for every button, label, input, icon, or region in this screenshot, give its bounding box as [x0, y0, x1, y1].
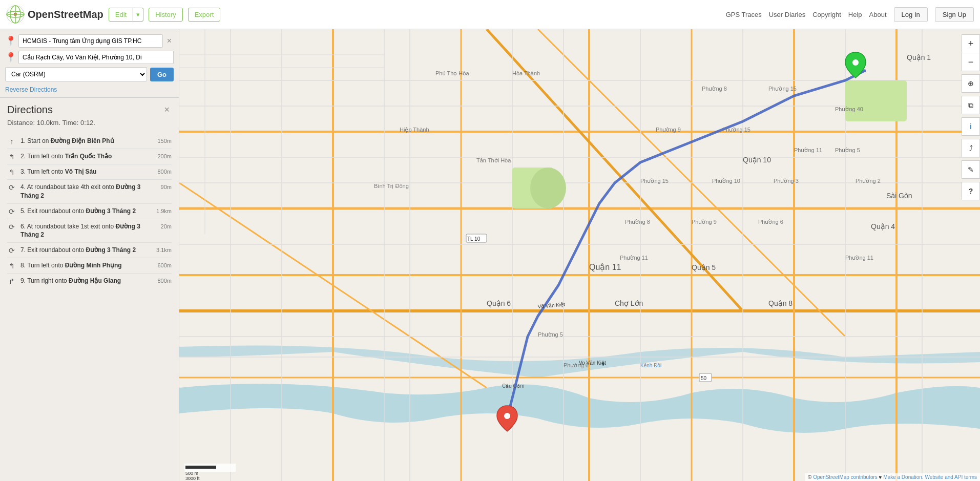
svg-text:500 m: 500 m: [185, 471, 198, 476]
svg-rect-42: [845, 80, 907, 121]
map-container[interactable]: Quận 1 Quận 10 Quận 11 Quận 5 Quận 6 Chợ…: [179, 29, 980, 481]
step-text: 6. At roundabout take 1st exit onto Đườn…: [20, 222, 157, 240]
from-input-row: 📍 ×: [5, 34, 174, 48]
note-button[interactable]: ✎: [962, 160, 980, 179]
step-dist: 200m: [157, 153, 172, 159]
history-button[interactable]: History: [149, 8, 182, 22]
reverse-directions-link[interactable]: Reverse Directions: [5, 86, 57, 93]
login-button[interactable]: Log In: [894, 7, 928, 22]
step-icon: ⟳: [7, 246, 16, 255]
svg-text:Phường 5: Phường 5: [538, 331, 563, 338]
edit-button[interactable]: Edit: [109, 8, 133, 22]
logo[interactable]: OpenStreetMap: [6, 5, 103, 24]
step-text: 3. Turn left onto Võ Thị Sáu: [20, 168, 153, 176]
terms-link[interactable]: Website and API terms: [925, 474, 977, 480]
svg-text:Quận 8: Quận 8: [768, 299, 793, 307]
svg-text:Quận 10: Quận 10: [743, 156, 771, 164]
donate-link[interactable]: Make a Donation: [883, 474, 922, 480]
svg-text:Phường 6: Phường 6: [564, 362, 589, 368]
svg-rect-81: [185, 466, 216, 469]
query-controls: ?: [962, 182, 980, 200]
step-dist: 800m: [157, 278, 172, 284]
svg-text:Phường 6: Phường 6: [758, 219, 783, 225]
step-text: 9. Turn right onto Đường Hậu Giang: [20, 277, 153, 285]
step-item: ⟳ 6. At roundabout take 1st exit onto Đư…: [7, 219, 172, 243]
svg-text:Phường 15: Phường 15: [768, 86, 797, 92]
svg-point-84: [852, 59, 859, 66]
step-text: 1. Start on Đường Điện Biên Phủ: [20, 137, 153, 145]
nav-gps-traces[interactable]: GPS Traces: [726, 11, 762, 18]
query-button[interactable]: ?: [962, 182, 980, 200]
svg-text:Phường 11: Phường 11: [794, 147, 822, 153]
svg-text:Phú Thọ Hòa: Phú Thọ Hòa: [435, 70, 469, 77]
svg-text:Kênh Đôi: Kênh Đôi: [640, 363, 661, 368]
directions-input-panel: 📍 × 📍 Car (OSRM) Bicycle (OSRM) Foot (OS…: [0, 29, 179, 98]
step-text: 2. Turn left onto Trần Quốc Thảo: [20, 152, 153, 161]
step-dist: 20m: [161, 223, 172, 229]
edit-btn-group: Edit ▾: [109, 8, 143, 22]
zoom-in-button[interactable]: +: [962, 34, 980, 53]
svg-text:Quận 11: Quận 11: [589, 263, 621, 271]
from-location-icon: 📍: [5, 35, 16, 47]
step-item: ↑ 1. Start on Đường Điện Biên Phủ 150m: [7, 134, 172, 149]
from-input[interactable]: [18, 34, 163, 48]
directions-close-button[interactable]: ×: [162, 104, 172, 115]
directions-title: Directions ×: [7, 104, 172, 116]
step-item: ↰ 2. Turn left onto Trần Quốc Thảo 200m: [7, 149, 172, 164]
info-controls: i: [962, 117, 980, 136]
edit-dropdown-button[interactable]: ▾: [133, 8, 143, 22]
logo-text: OpenStreetMap: [28, 9, 103, 20]
svg-text:Phường 9: Phường 9: [656, 127, 681, 133]
svg-text:Hiệp Thành: Hiệp Thành: [400, 127, 429, 133]
nav-user-diaries[interactable]: User Diaries: [769, 11, 806, 18]
distance-time: Distance: 10.0km. Time: 0:12.: [7, 119, 172, 127]
gps-button[interactable]: ⊕: [962, 74, 980, 93]
svg-text:Phường 15: Phường 15: [640, 178, 669, 184]
layer-controls: ⧉: [962, 96, 980, 114]
step-list: ↑ 1. Start on Đường Điện Biên Phủ 150m ↰…: [7, 134, 172, 288]
nav-about[interactable]: About: [869, 11, 887, 18]
svg-text:Tân Thới Hòa: Tân Thới Hòa: [476, 157, 511, 163]
step-dist: 150m: [157, 138, 172, 144]
nav-copyright[interactable]: Copyright: [812, 11, 841, 18]
svg-text:Quận 1: Quận 1: [907, 53, 931, 61]
svg-text:Quận 6: Quận 6: [487, 299, 511, 307]
step-text: 4. At roundabout take 4th exit onto Đườn…: [20, 183, 157, 200]
svg-text:Phường 5: Phường 5: [835, 147, 860, 153]
signup-button[interactable]: Sign Up: [935, 7, 974, 22]
transport-select[interactable]: Car (OSRM) Bicycle (OSRM) Foot (OSRM): [5, 67, 147, 81]
svg-text:Phường 11: Phường 11: [845, 255, 873, 261]
svg-text:Cầu Gồm: Cầu Gồm: [502, 383, 525, 389]
header-right: GPS Traces User Diaries Copyright Help A…: [726, 7, 974, 22]
header-left: OpenStreetMap Edit ▾ History Export: [6, 5, 220, 24]
step-dist: 90m: [161, 184, 172, 190]
directions-results: Directions × Distance: 10.0km. Time: 0:1…: [0, 98, 179, 295]
osm-link[interactable]: OpenStreetMap contributors: [813, 474, 878, 480]
export-button[interactable]: Export: [188, 8, 221, 22]
svg-text:Phường 8: Phường 8: [702, 86, 727, 92]
info-button[interactable]: i: [962, 117, 980, 136]
svg-text:Phường 3: Phường 3: [774, 178, 799, 184]
map-controls: + − ⊕ ⧉ i ⤴ ✎ ?: [962, 34, 980, 203]
svg-text:Phường 15: Phường 15: [722, 127, 750, 133]
nav-help[interactable]: Help: [848, 11, 862, 18]
share-button[interactable]: ⤴: [962, 139, 980, 157]
step-icon: ↱: [7, 277, 16, 285]
step-dist: 600m: [157, 262, 172, 268]
svg-text:Phường 2: Phường 2: [856, 178, 881, 184]
step-text: 7. Exit roundabout onto Đường 3 Tháng 2: [20, 246, 152, 255]
step-dist: 1.9km: [156, 208, 172, 214]
step-icon: ↑: [7, 137, 16, 145]
step-item: ⟳ 5. Exit roundabout onto Đường 3 Tháng …: [7, 204, 172, 219]
from-close-button[interactable]: ×: [165, 36, 174, 46]
zoom-out-button[interactable]: −: [962, 53, 980, 71]
step-text: 8. Turn left onto Đường Minh Phụng: [20, 261, 153, 270]
svg-text:Chợ Lớn: Chợ Lớn: [615, 299, 643, 307]
step-item: ⟳ 4. At roundabout take 4th exit onto Đư…: [7, 180, 172, 204]
logo-icon: [6, 5, 25, 24]
layers-button[interactable]: ⧉: [962, 96, 980, 114]
step-item: ⟳ 7. Exit roundabout onto Đường 3 Tháng …: [7, 243, 172, 258]
to-input[interactable]: [18, 51, 174, 64]
go-button[interactable]: Go: [150, 68, 174, 81]
step-item: ↱ 9. Turn right onto Đường Hậu Giang 800…: [7, 274, 172, 288]
